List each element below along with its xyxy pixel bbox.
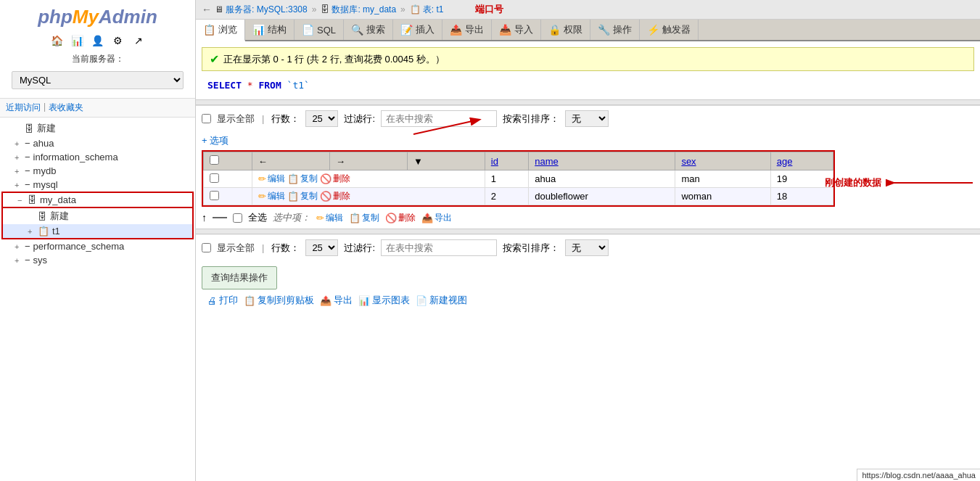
settings-icon[interactable]: ⚙ <box>110 33 126 49</box>
bottom-select-all-checkbox[interactable] <box>233 213 242 223</box>
row1-check[interactable] <box>210 173 219 183</box>
bottom-export-btn[interactable]: 📤 导出 <box>421 212 452 224</box>
tab-structure[interactable]: 📊 结构 <box>245 20 295 40</box>
server-select[interactable]: MySQL <box>12 71 184 89</box>
content-area: ✔ 正在显示第 0 - 1 行 (共 2 行, 查询花费 0.0045 秒。） … <box>196 41 980 481</box>
sidebar-item-sys[interactable]: + − sys <box>0 253 195 267</box>
col-nav-prev[interactable]: ← <box>252 152 329 170</box>
copy-icon: 📋 <box>287 173 299 184</box>
breadcrumb-server-link[interactable]: 服务器: MySQL:3308 <box>226 4 308 16</box>
query-ops-title[interactable]: 查询结果操作 <box>202 266 277 289</box>
row1-edit-btn[interactable]: ✏ 编辑 <box>258 173 285 185</box>
row2-name: doubleflower <box>529 188 675 205</box>
sidebar-tab-recent[interactable]: 近期访问 <box>6 102 41 114</box>
tab-sql[interactable]: 📄 SQL <box>295 20 344 40</box>
new-data-arrow-svg <box>886 172 973 194</box>
back-button[interactable]: ← <box>202 4 212 15</box>
bottom-filter-label: 过滤行: <box>344 242 375 255</box>
logo-admin: Admin <box>99 6 157 28</box>
sidebar-tab-favorites[interactable]: 表收藏夹 <box>49 102 83 114</box>
bottom-export-icon: 📤 <box>421 213 433 223</box>
new-data-annotation-area: 刚创建的数据 <box>825 172 973 194</box>
logo-my: My <box>73 6 99 28</box>
tab-operations[interactable]: 🔧 操作 <box>590 20 640 40</box>
data-table: ← → ▼ id name sex age <box>203 152 833 205</box>
print-icon: 🖨 <box>207 295 217 306</box>
options-link[interactable]: + 选项 <box>196 131 980 150</box>
breadcrumb-table: 📋 表: t1 <box>410 4 444 16</box>
sidebar-item-t1[interactable]: + 📋 t1 <box>1 224 194 239</box>
row2-delete-btn[interactable]: 🚫 删除 <box>320 190 350 202</box>
bottom-delete-btn[interactable]: 🚫 删除 <box>385 212 416 224</box>
sidebar-item-mysql[interactable]: + − mysql <box>0 178 195 192</box>
url-bar: https://blog.csdn.net/aaaa_ahua <box>857 469 980 481</box>
breadcrumb-table-link[interactable]: 表: t1 <box>423 4 444 16</box>
breadcrumb-db-link[interactable]: 数据库: my_data <box>332 4 396 16</box>
col-sort[interactable]: ▼ <box>408 152 485 170</box>
tab-bar: 📋 浏览 📊 结构 📄 SQL 🔍 搜索 📝 插入 📤 导出 <box>196 20 980 41</box>
tab-import[interactable]: 📥 导入 <box>492 20 541 40</box>
filter-label: 过滤行: <box>344 112 375 126</box>
svg-line-0 <box>413 120 479 134</box>
bottom-row-count-select[interactable]: 25 <box>305 239 338 256</box>
row1-id: 1 <box>485 170 528 188</box>
bottom-sort-select[interactable]: 无 <box>565 239 609 256</box>
query-op-export[interactable]: 📤 导出 <box>320 294 353 307</box>
sidebar-item-my-data-new[interactable]: 🗄 新建 <box>1 208 194 224</box>
query-op-print[interactable]: 🖨 打印 <box>207 294 238 307</box>
sidebar-item-performance-schema[interactable]: + − performance_schema <box>0 239 195 253</box>
sidebar-item-mydb[interactable]: + − mydb <box>0 164 195 178</box>
logo: phpMyAdmin <box>6 6 189 28</box>
row2-copy-btn[interactable]: 📋 复制 <box>287 190 318 202</box>
col-name[interactable]: name <box>529 152 675 170</box>
col-id[interactable]: id <box>485 152 528 170</box>
row1-delete-btn[interactable]: 🚫 删除 <box>320 173 350 185</box>
sidebar-item-information-schema[interactable]: + − information_schema <box>0 150 195 164</box>
tab-browse[interactable]: 📋 浏览 <box>196 20 245 41</box>
tab-insert[interactable]: 📝 插入 <box>393 20 442 40</box>
row2-check[interactable] <box>210 191 219 200</box>
sidebar-item-ahua[interactable]: + − ahua <box>0 136 195 150</box>
sort-select[interactable]: 无 <box>565 110 609 127</box>
bottom-show-all-checkbox[interactable] <box>202 243 211 252</box>
query-ops-section: 查询结果操作 🖨 打印 📋 复制到剪贴板 📤 导出 � <box>196 260 980 317</box>
row-count-label: 行数： <box>271 112 300 126</box>
sidebar-item-new-top[interactable]: 🗄 新建 <box>0 120 195 136</box>
row-count-select[interactable]: 25 <box>305 110 338 127</box>
tab-triggers[interactable]: ⚡ 触发器 <box>640 20 699 40</box>
query-op-copy-clipboard[interactable]: 📋 复制到剪贴板 <box>244 294 314 307</box>
show-all-label: 显示全部 <box>217 112 255 126</box>
breadcrumb-bar: ← 🖥 服务器: MySQL:3308 » 🗄 数据库: my_data » 📋… <box>196 0 980 20</box>
col-age[interactable]: age <box>770 152 833 170</box>
bottom-toolbar: ↑ 全选 选中项： ✏ 编辑 📋 复制 🚫 删除 📤 <box>196 207 980 229</box>
row1-actions: ✏ 编辑 📋 复制 🚫 <box>252 170 485 188</box>
tab-permissions[interactable]: 🔒 权限 <box>541 20 590 40</box>
bottom-filter-input[interactable] <box>381 239 497 256</box>
external-icon[interactable]: ↗ <box>131 33 147 49</box>
row1-copy-btn[interactable]: 📋 复制 <box>287 173 318 185</box>
select-all-header[interactable] <box>210 155 219 165</box>
col-sex[interactable]: sex <box>675 152 770 170</box>
show-all-checkbox[interactable] <box>202 114 211 123</box>
sidebar-item-my-data[interactable]: − 🗄 my_data <box>1 192 194 208</box>
user-icon[interactable]: 👤 <box>90 33 106 49</box>
db-icon[interactable]: 📊 <box>70 33 86 49</box>
pencil-icon2: ✏ <box>258 191 266 202</box>
new-data-label: 刚创建的数据 <box>825 176 881 189</box>
col-nav-next[interactable]: → <box>329 152 407 170</box>
data-table-wrap: ← → ▼ id name sex age <box>202 150 835 207</box>
home-icon[interactable]: 🏠 <box>49 33 65 49</box>
tab-search[interactable]: 🔍 搜索 <box>344 20 393 40</box>
tab-export[interactable]: 📤 导出 <box>442 20 492 40</box>
top-toolbar: 显示全部 | 行数： 25 过滤行: 按索引排序： 无 <box>196 105 980 131</box>
query-op-new-view[interactable]: 📄 新建视图 <box>416 294 467 307</box>
query-op-chart[interactable]: 📊 显示图表 <box>358 294 410 307</box>
bottom-edit-btn[interactable]: ✏ 编辑 <box>316 212 343 224</box>
server-label: 当前服务器： <box>6 53 189 65</box>
bottom-selected-label: 选中项： <box>273 211 310 224</box>
bottom-export-label: 导出 <box>435 212 452 224</box>
row2-edit-btn[interactable]: ✏ 编辑 <box>258 190 285 202</box>
table-row: ✏ 编辑 📋 复制 🚫 <box>204 188 833 205</box>
bottom-copy-btn[interactable]: 📋 复制 <box>349 212 379 224</box>
line-sep <box>213 217 227 218</box>
